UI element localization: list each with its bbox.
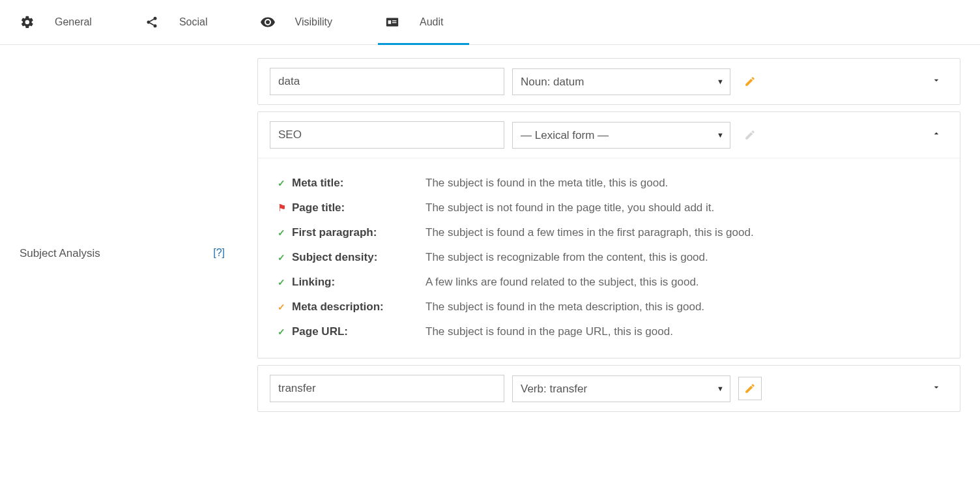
analysis-row: ✓ Subject density: The subject is recogn…	[278, 251, 940, 264]
analysis-label: Page URL:	[292, 325, 425, 338]
analysis-desc: The subject is recognizable from the con…	[425, 251, 708, 264]
analysis-desc: The subject is found in the meta title, …	[425, 177, 668, 190]
analysis-desc: The subject is found a few times in the …	[425, 226, 754, 239]
tab-visibility[interactable]: Visibility	[253, 0, 359, 44]
analysis-row: ✓ Page URL: The subject is found in the …	[278, 325, 940, 338]
tab-label: Visibility	[295, 16, 333, 28]
analysis-row: ✓ First paragraph: The subject is found …	[278, 226, 940, 239]
tabs-bar: General Social Visibility Audit	[0, 0, 980, 45]
sidebar: Subject Analysis [?]	[0, 45, 257, 432]
subject-panel: Verb: transfer ▼	[257, 365, 960, 412]
analysis-desc: The subject is found in the meta descrip…	[425, 300, 704, 314]
analysis-label: Page title:	[292, 201, 425, 214]
svg-point-0	[153, 17, 156, 20]
tab-general[interactable]: General	[13, 0, 118, 44]
check-icon: ✓	[278, 227, 292, 238]
subject-term-input[interactable]	[270, 121, 504, 149]
subject-panel: — Lexical form — ▼ ✓ Meta title: The sub…	[257, 111, 960, 359]
analysis-row: ✓ Linking: A few links are found related…	[278, 276, 940, 289]
lexical-select-wrapper: Noun: datum ▼	[512, 68, 730, 95]
id-card-icon	[384, 14, 400, 30]
svg-rect-5	[392, 20, 396, 21]
share-icon	[144, 14, 160, 30]
edit-button[interactable]	[738, 377, 762, 400]
subject-panel: Noun: datum ▼	[257, 58, 960, 105]
lexical-select[interactable]: Verb: transfer	[512, 375, 730, 402]
help-link[interactable]: [?]	[213, 247, 225, 259]
analysis-body: ✓ Meta title: The subject is found in th…	[258, 158, 960, 358]
analysis-label: Meta description:	[292, 300, 425, 314]
check-icon: ✓	[278, 327, 292, 337]
analysis-desc: The subject is not found in the page tit…	[425, 201, 714, 214]
edit-button[interactable]	[738, 70, 762, 93]
check-icon: ✓	[278, 277, 292, 287]
panel-header: Verb: transfer ▼	[258, 366, 960, 411]
panel-header: — Lexical form — ▼	[258, 112, 960, 158]
lexical-select-wrapper: Verb: transfer ▼	[512, 375, 730, 402]
panel-header: Noun: datum ▼	[258, 59, 960, 104]
lexical-select-wrapper: — Lexical form — ▼	[512, 122, 730, 149]
analysis-row: ✓ Meta title: The subject is found in th…	[278, 177, 940, 190]
expand-toggle[interactable]	[925, 71, 948, 92]
edit-button	[738, 123, 762, 147]
gear-icon	[20, 14, 35, 30]
lexical-select[interactable]: Noun: datum	[512, 68, 730, 95]
check-icon: ✓	[278, 252, 292, 263]
tab-label: General	[55, 16, 92, 28]
subject-term-input[interactable]	[270, 68, 504, 95]
check-icon: ✓	[278, 302, 292, 312]
lexical-select[interactable]: — Lexical form —	[512, 122, 730, 149]
analysis-desc: A few links are found related to the sub…	[425, 276, 699, 289]
analysis-desc: The subject is found in the page URL, th…	[425, 325, 673, 338]
expand-toggle[interactable]	[925, 378, 948, 399]
svg-rect-6	[392, 22, 396, 23]
analysis-label: Subject density:	[292, 251, 425, 264]
flag-icon: ⚑	[278, 202, 292, 214]
tab-audit[interactable]: Audit	[378, 0, 469, 44]
check-icon: ✓	[278, 178, 292, 188]
tab-label: Social	[179, 16, 208, 28]
main-content: Subject Analysis [?] Noun: datum ▼	[0, 45, 980, 432]
analysis-label: Meta title:	[292, 177, 425, 190]
section-title: Subject Analysis	[20, 247, 100, 260]
analysis-label: First paragraph:	[292, 226, 425, 239]
analysis-label: Linking:	[292, 276, 425, 289]
tab-social[interactable]: Social	[137, 0, 234, 44]
subject-term-input[interactable]	[270, 375, 504, 402]
analysis-row: ⚑ Page title: The subject is not found i…	[278, 201, 940, 214]
svg-point-1	[147, 21, 150, 24]
eye-icon	[260, 14, 276, 30]
subject-panels: Noun: datum ▼ — Lexical form —	[257, 45, 980, 432]
analysis-row: ✓ Meta description: The subject is found…	[278, 300, 940, 314]
tab-label: Audit	[420, 16, 443, 28]
collapse-toggle[interactable]	[925, 124, 948, 145]
svg-rect-4	[388, 20, 392, 24]
svg-point-2	[153, 24, 156, 27]
